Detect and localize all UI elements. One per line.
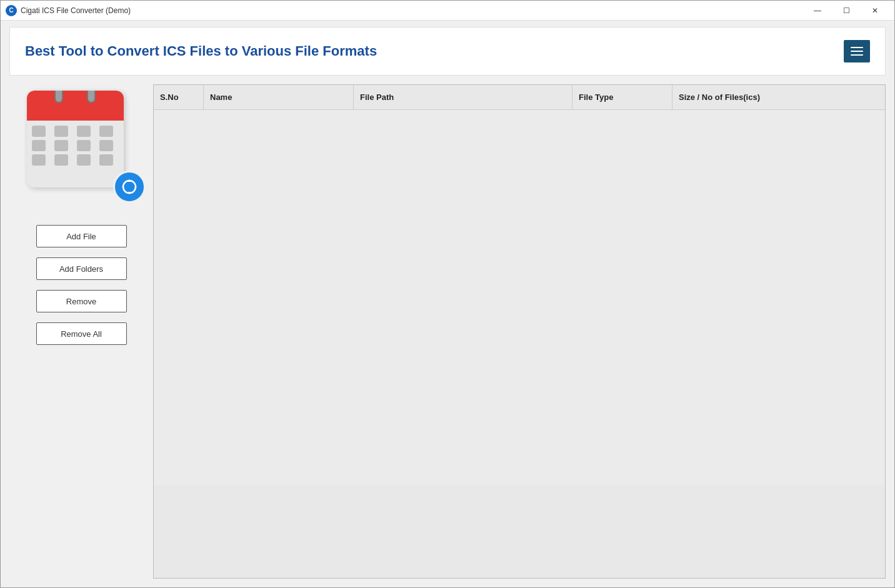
add-folders-button[interactable]: Add Folders — [36, 257, 127, 280]
menu-button[interactable] — [844, 40, 870, 62]
calendar-cell — [54, 126, 68, 137]
add-file-button[interactable]: Add File — [36, 225, 127, 247]
calendar-cell — [99, 140, 113, 151]
calendar-cell — [32, 154, 46, 166]
app-window: Cigati ICS File Converter (Demo) — ☐ ✕ B… — [0, 0, 895, 588]
column-header-size: Size / No of Files(ics) — [672, 85, 885, 109]
calendar-ring-right — [87, 91, 96, 103]
column-header-filepath: File Path — [354, 85, 572, 109]
menu-line-1 — [851, 47, 863, 48]
calendar-cell — [99, 126, 113, 137]
sync-icon — [120, 177, 139, 196]
sidebar-buttons: Add File Add Folders Remove Remove All — [36, 225, 127, 345]
sync-badge-icon — [113, 171, 146, 203]
calendar-cell — [77, 154, 91, 166]
main-content: Add File Add Folders Remove Remove All S… — [1, 76, 894, 587]
menu-line-3 — [851, 54, 863, 56]
calendar-cell — [54, 154, 68, 166]
remove-button[interactable]: Remove — [36, 290, 127, 312]
title-bar-controls: — ☐ ✕ — [803, 1, 889, 21]
calendar-grid — [27, 121, 124, 171]
column-header-name: Name — [204, 85, 354, 109]
app-icon — [6, 5, 17, 16]
calendar-cell — [77, 140, 91, 151]
maximize-button[interactable]: ☐ — [832, 1, 861, 21]
header-title: Best Tool to Convert ICS Files to Variou… — [25, 43, 377, 59]
close-button[interactable]: ✕ — [861, 1, 889, 21]
column-header-sno: S.No — [154, 85, 204, 109]
minimize-button[interactable]: — — [803, 1, 832, 21]
calendar-cell — [32, 126, 46, 137]
sidebar: Add File Add Folders Remove Remove All — [9, 84, 153, 579]
file-table: S.No Name File Path File Type Size / No … — [153, 84, 886, 579]
menu-line-2 — [851, 51, 863, 52]
calendar-cell — [99, 154, 113, 166]
calendar-rings — [27, 91, 124, 103]
calendar-cell — [32, 140, 46, 151]
remove-all-button[interactable]: Remove All — [36, 322, 127, 345]
calendar-ring-left — [54, 91, 63, 103]
calendar-cell — [77, 126, 91, 137]
table-body — [154, 110, 885, 485]
calendar-cell — [54, 140, 68, 151]
calendar-top — [27, 91, 124, 121]
title-bar: Cigati ICS File Converter (Demo) — ☐ ✕ — [1, 1, 894, 21]
app-logo — [27, 91, 136, 200]
table-header: S.No Name File Path File Type Size / No … — [154, 85, 885, 110]
column-header-filetype: File Type — [572, 85, 672, 109]
header-banner: Best Tool to Convert ICS Files to Variou… — [9, 27, 886, 76]
calendar-body — [27, 91, 124, 187]
window-title: Cigati ICS File Converter (Demo) — [21, 6, 803, 15]
